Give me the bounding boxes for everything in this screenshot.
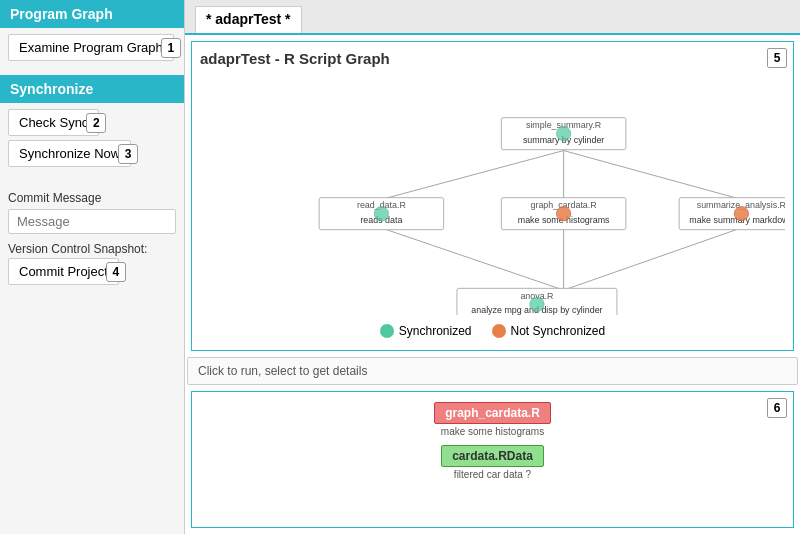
svg-point-19 — [530, 297, 544, 311]
node-anova[interactable]: anova.R analyze mpg and disp by cylinder — [457, 288, 617, 315]
bottom-node1-sub: make some histograms — [441, 426, 544, 437]
svg-point-15 — [734, 207, 748, 221]
examine-program-graph-button[interactable]: Examine Program Graph 1 — [8, 34, 174, 61]
sync-dot — [380, 324, 394, 338]
synchronize-now-button[interactable]: Synchronize Now 3 — [8, 140, 131, 167]
graph-svg[interactable]: simple_summary.R summary by cylinder rea… — [200, 75, 785, 315]
check-sync-button[interactable]: Check Sync 2 — [8, 109, 99, 136]
edge-line — [381, 151, 563, 200]
edge-line — [564, 151, 742, 200]
bottom-node2-sub: filtered car data ? — [454, 469, 531, 480]
main-area: * adaprTest * adaprTest - R Script Graph… — [185, 0, 800, 534]
graph-panel-badge: 5 — [767, 48, 787, 68]
bottom-node-1[interactable]: graph_cardata.R make some histograms — [434, 402, 551, 437]
commit-message-label: Commit Message — [8, 191, 176, 205]
sync-label: Synchronized — [399, 324, 472, 338]
sidebar: Program Graph Examine Program Graph 1 Sy… — [0, 0, 185, 534]
bottom-panel: 6 graph_cardata.R make some histograms c… — [191, 391, 794, 528]
bottom-node-2[interactable]: cardata.RData filtered car data ? — [441, 445, 544, 480]
nosync-label: Not Synchronized — [511, 324, 606, 338]
bottom-panel-badge: 6 — [767, 398, 787, 418]
nosync-dot — [492, 324, 506, 338]
message-input[interactable] — [8, 209, 176, 234]
svg-point-3 — [557, 127, 571, 141]
tab-title[interactable]: * adaprTest * — [195, 6, 302, 33]
check-sync-badge: 2 — [86, 113, 106, 133]
bottom-node2-label[interactable]: cardata.RData — [441, 445, 544, 467]
legend-synchronized: Synchronized — [380, 324, 472, 338]
graph-panel: adaprTest - R Script Graph 5 — [191, 41, 794, 351]
bottom-node1-label[interactable]: graph_cardata.R — [434, 402, 551, 424]
content-area: adaprTest - R Script Graph 5 — [185, 35, 800, 534]
node-summarize-analysis[interactable]: summarize_analysis.R make summary markdo… — [679, 198, 785, 230]
node-graph-cardata[interactable]: graph_cardata.R make some histograms — [501, 198, 625, 230]
edge-line — [564, 228, 742, 290]
legend-not-synchronized: Not Synchronized — [492, 324, 606, 338]
sync-now-badge: 3 — [118, 144, 138, 164]
status-bar: Click to run, select to get details — [187, 357, 798, 385]
graph-title: adaprTest - R Script Graph — [200, 50, 785, 67]
svg-point-7 — [374, 207, 388, 221]
synchronize-header: Synchronize — [0, 75, 184, 103]
node-simple-summary[interactable]: simple_summary.R summary by cylinder — [501, 118, 625, 150]
commit-badge: 4 — [106, 262, 126, 282]
examine-badge: 1 — [161, 38, 181, 58]
commit-project-button[interactable]: Commit Project 4 — [8, 258, 119, 285]
node-read-data[interactable]: read_data.R reads data — [319, 198, 443, 230]
program-graph-header: Program Graph — [0, 0, 184, 28]
tab-header: * adaprTest * — [185, 0, 800, 35]
svg-point-11 — [557, 207, 571, 221]
edge-line — [381, 228, 563, 290]
legend: Synchronized Not Synchronized — [200, 318, 785, 342]
version-control-label: Version Control Snapshot: — [8, 242, 176, 256]
